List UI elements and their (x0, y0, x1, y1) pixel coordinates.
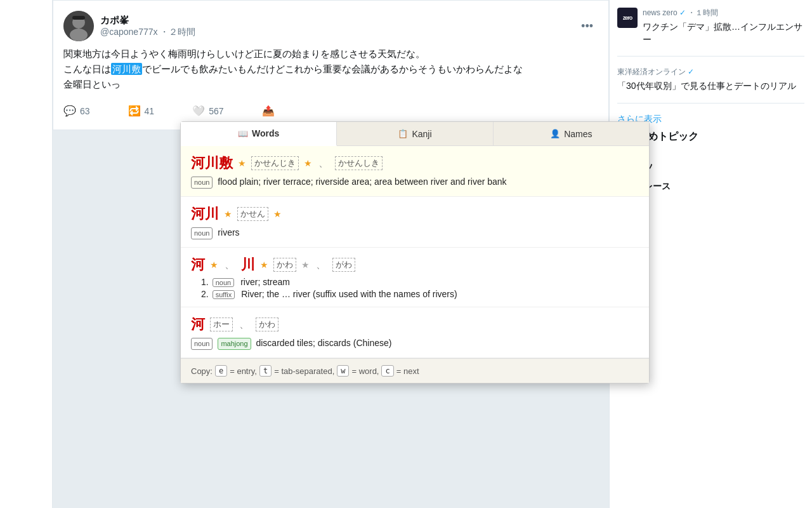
entry-3-header: 河 ★ 、 川 ★ かわ ★ 、 がわ (191, 255, 639, 274)
entry-2-pos: noun (191, 227, 213, 239)
tweet-actions: 💬 63 🔁 41 🤍 567 📤 (63, 100, 598, 119)
entry-4-pos: noun (191, 338, 213, 350)
entry-3-star1[interactable]: ★ (210, 260, 218, 270)
names-tab-icon: 👤 (550, 129, 560, 138)
entry-2-star2[interactable]: ★ (273, 209, 282, 219)
user-handle[interactable]: @capone777x (100, 27, 158, 37)
dict-entry-1: 河川敷 ★ かせんじき ★ 、 かせんしき noun flood plain; … (181, 146, 649, 197)
like-count: 567 (209, 106, 223, 116)
entry-1-pos: noun (191, 177, 213, 189)
news-item-1: zero news zero ✓ ・１時間 ワクチン「デマ」拡散…インフルエンサ… (617, 8, 804, 57)
entry-1-definition: noun flood plain; river terrace; riversi… (191, 175, 639, 189)
entry-3-pos1: noun (213, 278, 234, 287)
tweet-text: 関東地方は今日ようやく梅雨明けらしいけど正に夏の始まりを感じさせる天気だな。こん… (63, 46, 598, 92)
entry-3-def2: 2. suffix River; the … river (suffix use… (201, 289, 639, 299)
entry-3-reading1: かわ (273, 258, 296, 272)
key-c[interactable]: c (381, 365, 393, 377)
news-item-1-text[interactable]: ワクチン「デマ」拡散…インフルエンサー (643, 21, 804, 46)
kanji-tab-icon: 📋 (398, 129, 408, 138)
news-item-1-meta: news zero ✓ ・１時間 (643, 8, 804, 18)
tab-names-label: Names (564, 129, 592, 139)
entry-3-def1: 1. noun river; stream (201, 277, 639, 287)
news-zero-icon: zero (617, 8, 638, 28)
entry-1-star[interactable]: ★ (238, 158, 246, 168)
article-1-content: 東洋経済オンライン ✓ 「30代年収別」で見る仕事とデートのリアル (617, 67, 796, 93)
key-e[interactable]: e (215, 365, 227, 377)
entry-1-star2[interactable]: ★ (304, 158, 312, 168)
article-item-1: 東洋経済オンライン ✓ 「30代年収別」で見る仕事とデートのリアル (617, 67, 804, 104)
entry-3-star3[interactable]: ★ (301, 260, 310, 270)
retweet-count: 41 (145, 106, 155, 116)
entry-4-badge-mahjong: mahjong (218, 338, 251, 350)
entry-3-definitions: 1. noun river; stream 2. suffix River; t… (201, 277, 639, 299)
share-icon: 📤 (262, 105, 275, 117)
tab-words-label: Words (252, 128, 279, 138)
entry-2-definition: noun rivers (191, 226, 639, 239)
highlighted-word[interactable]: 河川敷 (111, 63, 142, 75)
avatar (63, 11, 94, 41)
avatar-image (63, 11, 94, 41)
entry-4-kanji[interactable]: 河 (191, 315, 205, 334)
left-sidebar (0, 0, 53, 508)
tab-kanji-label: Kanji (412, 129, 431, 139)
tweet-time: ・２時間 (160, 27, 195, 37)
entry-3-pos2: suffix (213, 290, 235, 299)
article-1-source: 東洋経済オンライン ✓ (617, 67, 796, 77)
verified-icon: ✓ (679, 8, 686, 17)
tweet-card: カポ峯 @capone777x ・２時間 ••• 関東地方は今日ようやく梅雨明け… (53, 0, 609, 130)
tab-kanji[interactable]: 📋 Kanji (337, 122, 493, 145)
entry-2-header: 河川 ★ かせん ★ (191, 204, 639, 224)
tab-words[interactable]: 📖 Words (181, 122, 337, 146)
article-1-verified: ✓ (688, 67, 694, 76)
tweet-header: カポ峯 @capone777x ・２時間 ••• (63, 11, 598, 41)
share-action[interactable]: 📤 (262, 105, 275, 117)
user-meta: カポ峯 @capone777x ・２時間 (100, 15, 195, 38)
entry-2-kanji[interactable]: 河川 (191, 204, 219, 224)
news-time: ・１時間 (688, 8, 718, 17)
reply-icon: 💬 (63, 105, 76, 117)
like-action[interactable]: 🤍 567 (192, 105, 223, 117)
dict-footer: Copy: e = entry, t = tab-separated, w = … (181, 358, 649, 383)
entry-3-reading2: がわ (332, 258, 355, 272)
words-tab-icon: 📖 (238, 129, 248, 138)
news-zero-label: zero (623, 15, 632, 21)
key-w[interactable]: w (337, 365, 349, 377)
key-e-desc: = entry, (230, 366, 257, 376)
user-name[interactable]: カポ峯 (100, 15, 195, 27)
entry-1-header: 河川敷 ★ かせんじき ★ 、 かせんしき (191, 154, 639, 173)
main-content: カポ峯 @capone777x ・２時間 ••• 関東地方は今日ようやく梅雨明け… (53, 0, 609, 508)
dict-body: 河川敷 ★ かせんじき ★ 、 かせんしき noun flood plain; … (181, 146, 649, 358)
news-source[interactable]: news zero (643, 8, 678, 17)
entry-3-text1: river; stream (240, 277, 290, 287)
tweet-user-info: カポ峯 @capone777x ・２時間 (63, 11, 195, 41)
retweet-icon: 🔁 (128, 105, 141, 117)
svg-rect-3 (72, 16, 85, 20)
entry-3-num2: 2. (201, 289, 209, 299)
key-t-desc: = tab-separated, (274, 366, 334, 376)
retweet-action[interactable]: 🔁 41 (128, 105, 155, 117)
entry-2-star[interactable]: ★ (224, 209, 232, 219)
entry-3-star2[interactable]: ★ (260, 260, 268, 270)
more-options-button[interactable]: ••• (576, 17, 598, 36)
svg-point-2 (70, 29, 88, 41)
user-handle-time: @capone777x ・２時間 (100, 27, 195, 38)
entry-3-num1: 1. (201, 277, 209, 287)
tab-names[interactable]: 👤 Names (494, 122, 649, 145)
dictionary-popup: 📖 Words 📋 Kanji 👤 Names 河川敷 (180, 121, 650, 384)
dict-entry-2: 河川 ★ かせん ★ noun rivers (181, 197, 649, 248)
article-1-source-text[interactable]: 東洋経済オンライン (617, 67, 686, 76)
reply-action[interactable]: 💬 63 (63, 105, 90, 117)
dict-entry-3: 河 ★ 、 川 ★ かわ ★ 、 がわ 1. noun (181, 248, 649, 307)
news-item-1-content: news zero ✓ ・１時間 ワクチン「デマ」拡散…インフルエンサー (643, 8, 804, 46)
article-1-text[interactable]: 「30代年収別」で見る仕事とデートのリアル (617, 80, 796, 93)
key-t[interactable]: t (259, 365, 272, 377)
entry-4-definition: noun mahjong discarded tiles; discards (… (191, 337, 639, 350)
entry-1-reading2: かせんしき (335, 156, 383, 170)
entry-1-kanji[interactable]: 河川敷 (191, 154, 233, 173)
like-icon: 🤍 (192, 105, 205, 117)
copy-label: Copy: (191, 366, 213, 376)
key-w-desc: = word, (351, 366, 379, 376)
reply-count: 63 (80, 106, 90, 116)
entry-3-kanji1[interactable]: 河 (191, 255, 205, 274)
entry-3-kanji2[interactable]: 川 (241, 255, 255, 274)
